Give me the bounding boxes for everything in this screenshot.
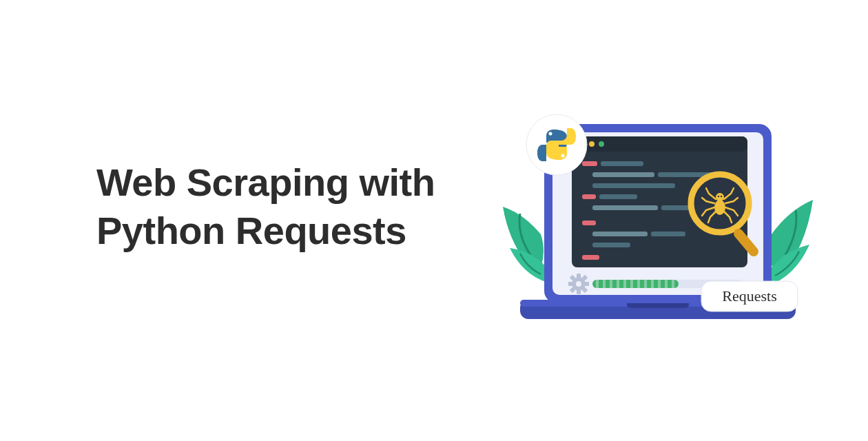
python-logo-icon: [526, 114, 587, 175]
svg-rect-23: [582, 255, 599, 260]
svg-rect-40: [623, 280, 626, 288]
svg-point-56: [716, 193, 724, 201]
svg-point-57: [718, 196, 719, 197]
svg-rect-22: [592, 243, 630, 247]
requests-badge-label: Requests: [722, 287, 776, 305]
svg-rect-14: [592, 183, 675, 188]
svg-point-51: [561, 154, 565, 158]
svg-rect-27: [577, 290, 581, 294]
svg-rect-45: [658, 280, 661, 288]
svg-rect-10: [582, 161, 597, 166]
heading-line-1: Web Scraping with: [96, 161, 435, 204]
hero-illustration: Requests: [482, 96, 827, 358]
svg-rect-6: [572, 136, 747, 152]
svg-rect-38: [610, 280, 612, 288]
svg-rect-20: [592, 232, 648, 236]
svg-rect-37: [603, 280, 606, 288]
svg-point-58: [721, 196, 722, 197]
svg-point-9: [599, 141, 604, 147]
svg-point-8: [589, 141, 595, 147]
svg-rect-29: [585, 282, 589, 286]
svg-rect-42: [637, 280, 640, 288]
heading-line-2: Python Requests: [96, 209, 406, 252]
svg-rect-26: [577, 274, 581, 278]
svg-rect-41: [630, 280, 633, 288]
svg-point-55: [714, 200, 725, 215]
requests-badge: Requests: [701, 281, 798, 311]
svg-rect-12: [592, 172, 654, 177]
svg-rect-46: [665, 280, 668, 288]
svg-rect-21: [651, 232, 685, 236]
svg-rect-15: [582, 194, 596, 199]
svg-rect-47: [672, 280, 674, 288]
svg-point-50: [549, 132, 552, 136]
leaf-left-icon: [503, 207, 548, 283]
page-title: Web Scraping with Python Requests: [96, 158, 435, 255]
svg-rect-44: [651, 280, 654, 288]
svg-rect-11: [601, 161, 643, 166]
svg-rect-19: [582, 220, 596, 225]
svg-rect-36: [596, 280, 599, 288]
svg-point-25: [576, 281, 581, 287]
svg-rect-39: [617, 280, 619, 288]
leaf-right-icon: [768, 200, 813, 286]
svg-rect-28: [568, 282, 572, 286]
svg-rect-17: [592, 205, 658, 210]
gear-icon: [568, 274, 589, 294]
svg-rect-16: [599, 194, 637, 199]
svg-rect-43: [644, 280, 647, 288]
